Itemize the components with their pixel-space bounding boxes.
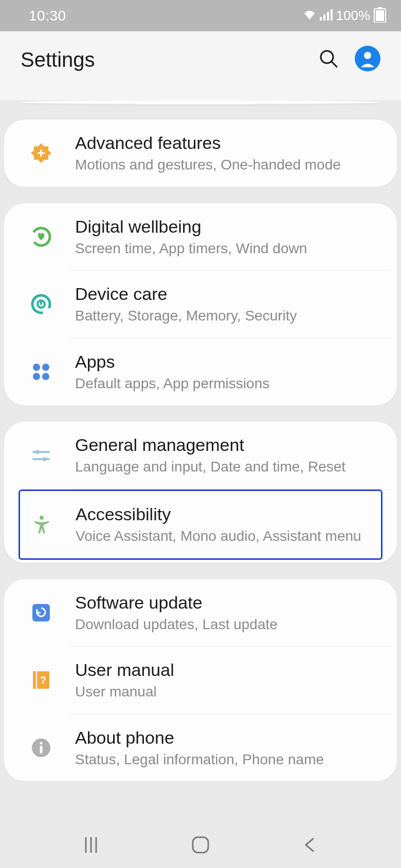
status-indicators: 100% xyxy=(302,7,387,25)
battery-percent: 100% xyxy=(336,8,371,24)
home-button[interactable] xyxy=(185,829,216,860)
item-subtitle: Download updates, Last update xyxy=(75,616,382,633)
svg-rect-0 xyxy=(320,17,322,21)
item-title: Software update xyxy=(75,593,382,613)
apps-icon xyxy=(30,361,52,383)
status-bar: 10:30 100% xyxy=(0,0,401,31)
item-software-update[interactable]: Software update Download updates, Last u… xyxy=(4,579,397,647)
accessibility-icon xyxy=(30,513,53,536)
item-title: About phone xyxy=(75,728,382,748)
item-subtitle: Language and input, Date and time, Reset xyxy=(75,458,382,476)
item-subtitle: Battery, Storage, Memory, Security xyxy=(75,307,382,325)
header: Settings xyxy=(0,31,401,100)
item-title: Accessibility xyxy=(76,504,367,524)
svg-rect-2 xyxy=(327,12,329,21)
svg-point-18 xyxy=(42,364,49,371)
item-title: User manual xyxy=(75,660,382,680)
svg-text:?: ? xyxy=(40,674,46,686)
settings-group: Digital wellbeing Screen time, App timer… xyxy=(4,203,397,406)
svg-rect-3 xyxy=(331,9,333,21)
item-about-phone[interactable]: About phone Status, Legal information, P… xyxy=(4,714,397,782)
previous-card-edge xyxy=(21,100,380,104)
battery-icon xyxy=(373,7,387,25)
item-accessibility[interactable]: Accessibility Voice Assistant, Mono audi… xyxy=(19,489,382,560)
svg-rect-1 xyxy=(323,14,325,21)
item-title: General management xyxy=(75,435,382,455)
item-advanced-features[interactable]: Advanced features Motions and gestures, … xyxy=(4,120,397,187)
svg-point-19 xyxy=(33,373,40,380)
item-subtitle: User manual xyxy=(75,683,382,701)
item-title: Apps xyxy=(75,352,382,372)
svg-point-17 xyxy=(33,364,40,371)
svg-rect-26 xyxy=(32,604,50,621)
item-user-manual[interactable]: ? User manual User manual xyxy=(4,647,397,714)
status-time: 10:30 xyxy=(29,8,66,24)
settings-group: General management Language and input, D… xyxy=(4,422,397,562)
back-button[interactable] xyxy=(295,829,325,860)
svg-point-22 xyxy=(35,450,40,454)
item-general-management[interactable]: General management Language and input, D… xyxy=(4,422,397,489)
svg-point-25 xyxy=(40,516,44,520)
advanced-features-icon xyxy=(30,142,52,164)
wifi-icon xyxy=(302,9,317,23)
item-digital-wellbeing[interactable]: Digital wellbeing Screen time, App timer… xyxy=(4,203,397,271)
account-icon[interactable] xyxy=(355,46,380,73)
navigation-bar xyxy=(0,822,401,868)
digital-wellbeing-icon xyxy=(30,225,52,248)
svg-point-24 xyxy=(43,457,47,461)
svg-point-31 xyxy=(40,742,43,745)
settings-list: Advanced features Motions and gestures, … xyxy=(0,104,401,781)
item-title: Digital wellbeing xyxy=(75,217,382,237)
svg-rect-36 xyxy=(193,837,208,853)
item-device-care[interactable]: Device care Battery, Storage, Memory, Se… xyxy=(4,271,397,338)
recents-button[interactable] xyxy=(76,829,106,860)
svg-point-20 xyxy=(42,373,49,380)
signal-icon xyxy=(320,9,333,23)
general-management-icon xyxy=(30,444,52,467)
item-subtitle: Default apps, App permissions xyxy=(75,375,382,392)
device-care-icon xyxy=(30,293,52,315)
software-update-icon xyxy=(30,601,52,624)
item-apps[interactable]: Apps Default apps, App permissions xyxy=(4,338,397,406)
item-subtitle: Motions and gestures, One-handed mode xyxy=(75,156,382,174)
user-manual-icon: ? xyxy=(30,669,52,691)
svg-rect-6 xyxy=(376,10,384,21)
item-title: Device care xyxy=(75,284,382,304)
search-icon[interactable] xyxy=(319,49,338,70)
settings-group: Software update Download updates, Last u… xyxy=(4,579,397,782)
item-subtitle: Voice Assistant, Mono audio, Assistant m… xyxy=(76,527,367,545)
settings-group: Advanced features Motions and gestures, … xyxy=(4,120,397,187)
item-title: Advanced features xyxy=(75,133,382,153)
svg-point-10 xyxy=(364,52,371,59)
item-subtitle: Screen time, App timers, Wind down xyxy=(75,240,382,257)
svg-rect-32 xyxy=(40,746,43,753)
item-subtitle: Status, Legal information, Phone name xyxy=(75,751,382,768)
svg-rect-27 xyxy=(33,671,36,689)
page-title: Settings xyxy=(21,48,95,71)
svg-line-8 xyxy=(332,62,337,67)
about-phone-icon xyxy=(30,737,52,759)
